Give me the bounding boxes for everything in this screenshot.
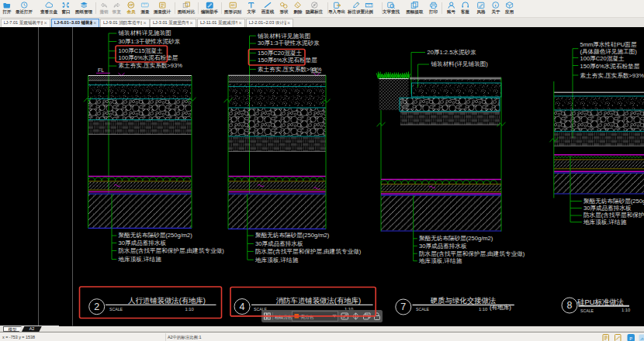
svg-text:VIP: VIP [129,3,133,6]
svg-text:P: P [629,336,632,340]
svg-text:AB: AB [231,3,235,6]
